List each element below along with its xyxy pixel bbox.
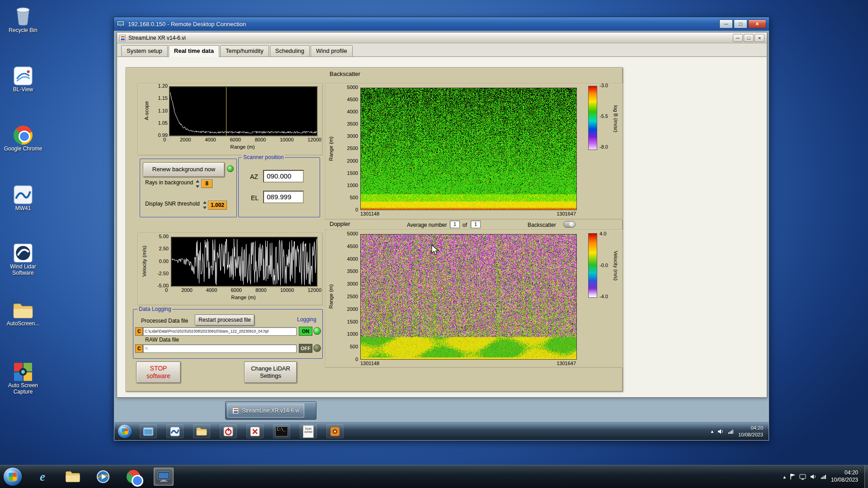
raw-logging-led[interactable] <box>313 344 321 352</box>
el-label: EL <box>251 194 259 202</box>
rdp-minimize-button[interactable]: ─ <box>719 19 733 28</box>
processed-path-field[interactable]: C:\Lidar\Data\Proc\2023\202308\20230810\… <box>143 327 297 336</box>
remote-date: 10/08/2023 <box>738 432 763 438</box>
tab-system-setup[interactable]: System setup <box>121 45 168 56</box>
tick-label: 4000 <box>347 256 358 262</box>
tab-temp-humidity[interactable]: Temp/humidity <box>220 45 269 56</box>
tray-expand-icon[interactable]: ▴ <box>711 428 713 434</box>
velocity-canvas[interactable] <box>171 237 318 287</box>
remote-taskbar-icon-labview[interactable] <box>246 424 264 438</box>
desktop-icon-recycle-bin[interactable]: Recycle Bin <box>4 5 42 34</box>
network-icon[interactable] <box>728 429 734 434</box>
tick-label: 6000 <box>230 137 241 142</box>
snr-spinner[interactable] <box>202 201 207 209</box>
bl-view-icon <box>4 64 42 85</box>
host-taskbar-icon-media-player[interactable] <box>93 468 113 486</box>
rdp-close-button[interactable]: × <box>748 19 766 28</box>
volume-icon[interactable] <box>810 474 816 479</box>
tick-label: 4000 <box>205 137 216 142</box>
velocity-xlabel: Range (m) <box>171 295 316 300</box>
desktop-icon-wind-lidar[interactable]: Wind Lidar Software <box>4 241 42 277</box>
remote-taskbar-icon-capture[interactable] <box>326 424 344 438</box>
change-lidar-settings-button[interactable]: Change LiDAR Settings <box>244 361 297 383</box>
processed-logging-led[interactable] <box>313 327 321 335</box>
remote-taskbar-app-button[interactable]: StreamLine XR v14-6.vi <box>225 401 316 420</box>
remote-taskbar-icon-folder[interactable] <box>193 424 210 438</box>
mw41-icon <box>4 183 42 204</box>
host-clock[interactable]: 04:20 10/08/2023 <box>831 469 858 483</box>
raw-logging-indicator[interactable]: OFF <box>299 344 312 353</box>
backscatter-plot: Range (m) 500045004000350030002500200015… <box>325 83 623 220</box>
action-center-flag-icon[interactable] <box>790 474 795 480</box>
tab-real-time-data[interactable]: Real time data <box>169 45 219 57</box>
rays-value[interactable]: 8 <box>201 179 212 188</box>
tab-scheduling[interactable]: Scheduling <box>270 45 310 56</box>
raw-drive-button[interactable]: C <box>135 344 143 353</box>
doppler-plot: Range (m) 500045004000350030002500200015… <box>325 230 623 368</box>
app-minimize-button[interactable]: ─ <box>733 34 743 42</box>
processed-drive-button[interactable]: C <box>135 327 143 336</box>
velocity-plot: Velocity (m/s) 5.002.500.00-2.50-5.00 02… <box>137 233 323 305</box>
streamline-titlebar[interactable]: StreamLine XR v14-6.vi ─ □ × <box>117 33 767 43</box>
remote-taskbar-icon-scan-sched[interactable]: Scan sched <box>300 424 317 438</box>
stop-software-button[interactable]: STOP software <box>136 361 181 383</box>
remote-taskbar-icon-app-blue[interactable] <box>166 424 184 438</box>
remote-taskbar-icon-power[interactable] <box>220 424 237 438</box>
ascope-canvas[interactable] <box>169 86 318 136</box>
processed-logging-indicator[interactable]: ON <box>299 327 312 336</box>
average-count-field[interactable]: 1 <box>471 221 481 228</box>
windows-flag-icon <box>122 428 128 435</box>
desktop-icon-label: BL-View <box>4 87 42 93</box>
tick-label: 3000 <box>347 133 358 139</box>
raw-path-field[interactable]: % <box>143 344 297 353</box>
remote-taskbar-icon-window[interactable] <box>140 424 157 438</box>
remote-time: 04:20 <box>738 425 763 431</box>
tray-expand-icon[interactable]: ▴ <box>783 474 786 480</box>
tick-label: 10000 <box>280 137 294 142</box>
rdp-titlebar[interactable]: 192.168.0.150 - Remote Desktop Connectio… <box>114 17 769 31</box>
desktop-icon-autoscreen-folder[interactable]: AutoScreen... <box>4 298 42 327</box>
host-taskbar-icon-explorer[interactable] <box>63 468 83 486</box>
rays-spinner[interactable] <box>195 180 200 188</box>
volume-icon[interactable] <box>717 429 724 434</box>
desktop-icon-google-chrome[interactable]: Google Chrome <box>4 123 42 152</box>
tab-wind-profile[interactable]: Wind profile <box>311 45 353 56</box>
network-icon[interactable] <box>821 474 827 479</box>
app-close-button[interactable]: × <box>755 34 764 42</box>
remote-taskbar-icon-terminal[interactable]: C:\_ <box>273 424 290 438</box>
host-taskbar-icon-rdp[interactable] <box>154 468 174 486</box>
tick-label: 1.20 <box>158 83 168 89</box>
doppler-canvas[interactable] <box>360 234 577 360</box>
tick-label: 2000 <box>347 158 358 164</box>
host-system-tray: ▴ 04:20 10/08/2023 <box>783 469 858 483</box>
desktop-icon-mw41[interactable]: MW41 <box>4 183 42 212</box>
doppler-colorbar <box>588 233 597 298</box>
restart-processed-file-button[interactable]: Restart processed file <box>195 314 255 326</box>
rays-in-background-label: Rays in background <box>145 179 193 186</box>
velocity-yticks: 5.002.500.00-2.50-5.00 <box>150 234 169 288</box>
desktop-icon-auto-screen-capture[interactable]: Auto Screen Capture <box>4 360 42 395</box>
az-field[interactable]: 090.000 <box>263 170 304 183</box>
renew-background-button[interactable]: Renew background now <box>143 162 225 177</box>
average-number-field[interactable]: 1 <box>450 221 460 228</box>
host-taskbar-icon-chrome[interactable] <box>123 468 143 486</box>
app-maximize-button[interactable]: □ <box>744 34 754 42</box>
tick-label: 2.50 <box>159 246 169 251</box>
backscatter-canvas[interactable] <box>360 88 577 210</box>
streamline-window-title: StreamLine XR v14-6.vi <box>128 35 732 41</box>
backscatter-toggle-label: Backscatter <box>528 222 556 228</box>
show-desktop-button[interactable] <box>864 465 868 488</box>
tick-label: 0 <box>165 287 168 293</box>
tick-label: 2000 <box>347 306 358 312</box>
el-field[interactable]: 089.999 <box>263 191 304 203</box>
rdp-session-icon[interactable] <box>799 474 806 480</box>
backscatter-toggle[interactable] <box>563 221 576 228</box>
desktop-icon-bl-view[interactable]: BL-View <box>4 64 42 93</box>
host-start-button[interactable] <box>4 468 22 486</box>
snr-value[interactable]: 1.002 <box>208 201 227 210</box>
host-taskbar-icon-ie[interactable]: e <box>33 468 52 486</box>
ascope-yticks: 1.201.151.101.050.99 <box>151 83 168 138</box>
remote-clock[interactable]: 04:20 10/08/2023 <box>738 425 763 438</box>
rdp-restore-button[interactable]: □ <box>734 19 747 28</box>
remote-start-button[interactable] <box>118 425 132 438</box>
